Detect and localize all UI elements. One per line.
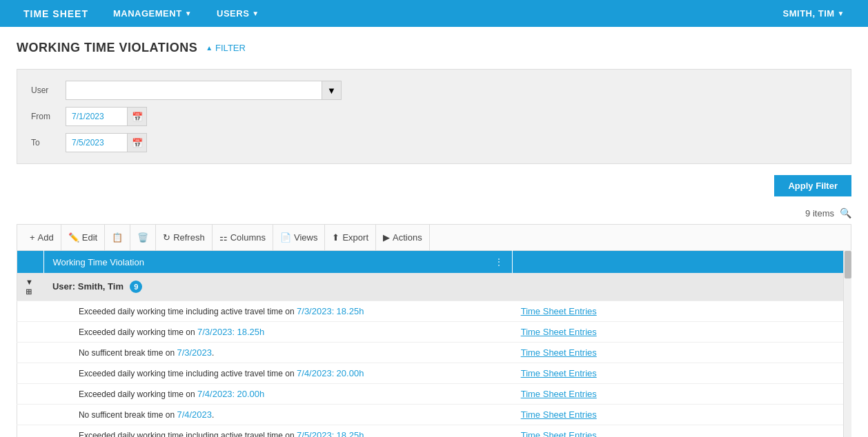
row-checkbox-cell xyxy=(17,322,44,343)
to-label: To xyxy=(31,138,66,148)
nav-management[interactable]: MANAGEMENT ▼ xyxy=(101,0,204,27)
to-calendar-icon: 📅 xyxy=(132,138,143,148)
row-checkbox-cell xyxy=(17,405,44,425)
to-input-wrap: 📅 xyxy=(66,133,342,152)
to-date-input[interactable] xyxy=(66,133,128,152)
violation-cell: Exceeded daily working time including ac… xyxy=(44,425,513,438)
group-collapse-icon[interactable]: ▼ xyxy=(26,278,33,286)
toolbar: + Add ✏️ Edit 📋 🗑️ ↻ Refresh ⚏ Columns 📄… xyxy=(17,224,851,250)
delete-button[interactable]: 🗑️ xyxy=(130,225,156,251)
from-date-input[interactable] xyxy=(66,107,128,126)
from-label: From xyxy=(31,112,66,121)
nav-user[interactable]: SMITH, TIM ▼ xyxy=(771,0,857,27)
table-row: Exceeded daily working time including ac… xyxy=(17,425,851,438)
time-sheet-entries-link[interactable]: Time Sheet Entries xyxy=(521,327,597,337)
edit-button[interactable]: ✏️ Edit xyxy=(61,225,105,251)
page-title: WORKING TIME VIOLATIONS xyxy=(17,41,197,55)
filter-from-row: From 📅 xyxy=(31,107,837,126)
violation-cell: Exceeded daily working time including ac… xyxy=(44,301,513,322)
top-navigation: TIME SHEET MANAGEMENT ▼ USERS ▼ SMITH, T… xyxy=(0,0,868,27)
page-title-row: WORKING TIME VIOLATIONS ▲ FILTER xyxy=(17,41,851,55)
time-sheet-entries-link[interactable]: Time Sheet Entries xyxy=(521,347,597,358)
group-label-cell: User: Smith, Tim 9 xyxy=(44,273,851,301)
actions-button[interactable]: ▶ Actions xyxy=(376,225,430,251)
views-button[interactable]: 📄 Views xyxy=(273,225,325,251)
scrollbar-track[interactable] xyxy=(843,250,851,437)
user-input-wrap: ▼ xyxy=(66,81,342,100)
items-count: 9 items xyxy=(805,208,834,218)
user-dropdown-button[interactable]: ▼ xyxy=(322,81,342,100)
scrollbar-thumb[interactable] xyxy=(845,251,851,278)
filter-actions-row: Apply Filter xyxy=(17,175,851,196)
data-table: Working Time Violation ⋮ ▼ ⊞ User: Smith… xyxy=(17,250,851,437)
group-expand-cell[interactable]: ▼ ⊞ xyxy=(17,273,44,301)
row-checkbox-cell xyxy=(17,425,44,438)
violation-cell: Exceeded daily working time on 7/3/2023:… xyxy=(44,322,513,343)
link-cell[interactable]: Time Sheet Entries xyxy=(513,405,851,425)
row-checkbox-cell xyxy=(17,301,44,322)
items-count-row: 9 items 🔍 xyxy=(17,207,851,218)
nav-users[interactable]: USERS ▼ xyxy=(204,0,272,27)
add-icon: + xyxy=(30,232,35,243)
filter-toggle[interactable]: ▲ FILTER xyxy=(206,43,246,53)
time-sheet-entries-link[interactable]: Time Sheet Entries xyxy=(521,306,597,316)
user-input[interactable] xyxy=(66,81,322,100)
search-icon[interactable]: 🔍 xyxy=(840,207,851,218)
edit-icon: ✏️ xyxy=(68,232,79,243)
filter-section: User ▼ From 📅 To 📅 xyxy=(17,69,851,164)
link-cell[interactable]: Time Sheet Entries xyxy=(513,322,851,343)
table-row: Exceeded daily working time on 7/4/2023:… xyxy=(17,384,851,405)
row-checkbox-cell xyxy=(17,343,44,363)
link-cell[interactable]: Time Sheet Entries xyxy=(513,363,851,384)
filter-toggle-icon: ▲ xyxy=(206,44,213,52)
add-button[interactable]: + Add xyxy=(23,225,61,251)
violation-cell: Exceeded daily working time on 7/4/2023:… xyxy=(44,384,513,405)
group-row: ▼ ⊞ User: Smith, Tim 9 xyxy=(17,273,851,301)
time-sheet-entries-link[interactable]: Time Sheet Entries xyxy=(521,368,597,378)
nav-brand[interactable]: TIME SHEET xyxy=(11,0,101,27)
from-calendar-button[interactable]: 📅 xyxy=(128,107,147,126)
violation-col-menu-icon[interactable]: ⋮ xyxy=(494,256,504,267)
col-header-link xyxy=(513,251,851,274)
col-header-checkbox xyxy=(17,251,44,274)
row-checkbox-cell xyxy=(17,384,44,405)
user-chevron-icon: ▼ xyxy=(838,10,845,17)
table-wrap: Working Time Violation ⋮ ▼ ⊞ User: Smith… xyxy=(17,250,851,437)
views-icon: 📄 xyxy=(280,232,291,243)
export-icon: ⬆ xyxy=(332,232,339,243)
delete-icon: 🗑️ xyxy=(137,232,148,243)
violation-cell: No sufficent break time on 7/3/2023. xyxy=(44,343,513,363)
users-chevron-icon: ▼ xyxy=(252,10,259,17)
export-button[interactable]: ⬆ Export xyxy=(325,225,376,251)
table-row: Exceeded daily working time including ac… xyxy=(17,363,851,384)
refresh-button[interactable]: ↻ Refresh xyxy=(156,225,213,251)
columns-icon: ⚏ xyxy=(219,232,228,243)
table-row: Exceeded daily working time including ac… xyxy=(17,301,851,322)
time-sheet-entries-link[interactable]: Time Sheet Entries xyxy=(521,389,597,399)
from-calendar-icon: 📅 xyxy=(132,112,143,122)
table-row: No sufficent break time on 7/3/2023.Time… xyxy=(17,343,851,363)
time-sheet-entries-link[interactable]: Time Sheet Entries xyxy=(521,430,597,437)
management-chevron-icon: ▼ xyxy=(185,10,192,17)
link-cell[interactable]: Time Sheet Entries xyxy=(513,384,851,405)
copy-button[interactable]: 📋 xyxy=(105,225,130,251)
time-sheet-entries-link[interactable]: Time Sheet Entries xyxy=(521,409,597,420)
filter-user-row: User ▼ xyxy=(31,81,837,100)
table-row: Exceeded daily working time on 7/3/2023:… xyxy=(17,322,851,343)
user-dropdown-icon: ▼ xyxy=(327,85,336,96)
link-cell[interactable]: Time Sheet Entries xyxy=(513,301,851,322)
refresh-icon: ↻ xyxy=(163,232,170,243)
copy-icon: 📋 xyxy=(112,232,123,243)
link-cell[interactable]: Time Sheet Entries xyxy=(513,425,851,438)
nav-right: SMITH, TIM ▼ xyxy=(771,0,857,27)
filter-to-row: To 📅 xyxy=(31,133,837,152)
col-header-violation: Working Time Violation ⋮ xyxy=(44,251,513,274)
link-cell[interactable]: Time Sheet Entries xyxy=(513,343,851,363)
user-label: User xyxy=(31,85,66,95)
table-row: No sufficent break time on 7/4/2023.Time… xyxy=(17,405,851,425)
to-calendar-button[interactable]: 📅 xyxy=(128,133,147,152)
columns-button[interactable]: ⚏ Columns xyxy=(213,225,273,251)
from-input-wrap: 📅 xyxy=(66,107,342,126)
group-grid-icon: ⊞ xyxy=(26,287,32,296)
apply-filter-button[interactable]: Apply Filter xyxy=(774,175,851,196)
